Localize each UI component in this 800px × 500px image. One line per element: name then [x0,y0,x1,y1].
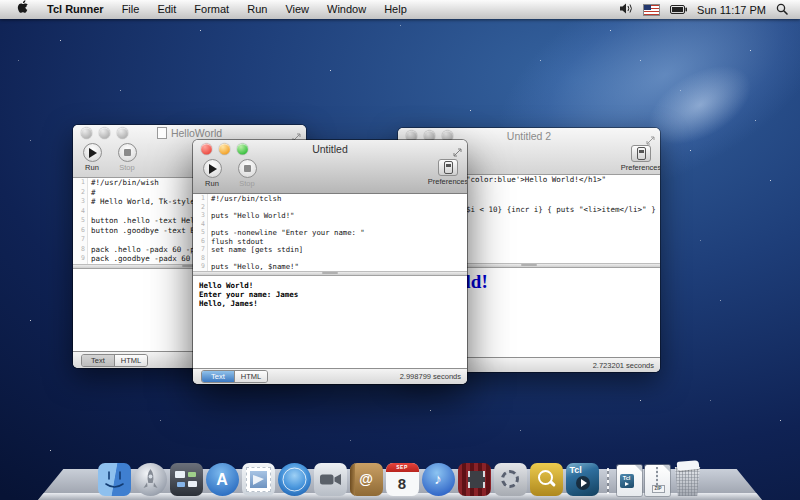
untitled-titlebar[interactable]: Untitled [193,140,467,157]
run-button[interactable]: Run [199,159,225,188]
tab-text[interactable]: Text [202,371,234,382]
helloworld-title: HelloWorld [157,127,222,139]
preferences-button[interactable]: Preferences [435,159,461,186]
stop-icon[interactable] [238,159,257,178]
stop-label: Stop [239,179,254,188]
code-line: 1#!/usr/bin/tclsh [193,194,467,203]
untitled-code-editor[interactable]: 1#!/usr/bin/tclsh 2 3puts "Hello World!"… [193,194,467,271]
untitled-title-text: Untitled [312,143,348,155]
untitled2-title-text: Untitled 2 [507,130,551,142]
zoom-button[interactable] [237,143,248,154]
code-line: 8 [193,254,467,263]
dock-tcl-document-icon[interactable]: Tcl [617,465,642,496]
dock-safari-icon[interactable] [278,463,311,496]
dock-address-book-icon[interactable]: @ [350,463,383,496]
untitled-output-pane: Hello World! Enter your name: James Hell… [193,276,467,368]
menu-clock[interactable]: Sun 11:17 PM [697,4,766,16]
dock-mission-control-icon[interactable] [170,463,203,496]
menu-bar: Tcl Runner File Edit Format Run View Win… [0,0,800,19]
minimize-button[interactable] [99,128,110,139]
close-button[interactable] [201,143,212,154]
preferences-label: Preferences [621,163,660,172]
menu-window[interactable]: Window [318,0,375,19]
run-icon[interactable] [83,143,102,162]
dock-ical-icon[interactable]: SEP 8 [386,463,419,496]
untitled-toolbar: Run Stop Preferences [193,157,467,193]
document-proxy-icon [157,127,167,139]
code-line: 4 [193,220,467,229]
menu-run[interactable]: Run [238,0,276,19]
dock-facetime-icon[interactable] [314,463,347,496]
tab-html[interactable]: HTML [114,355,147,366]
menu-view[interactable]: View [276,0,318,19]
menu-app-name[interactable]: Tcl Runner [38,0,113,19]
run-button[interactable]: Run [79,143,105,172]
menu-format[interactable]: Format [185,0,238,19]
untitled-bottom-bar: Text HTML 2.998799 seconds [193,368,467,384]
stop-button[interactable]: Stop [234,159,260,188]
volume-icon[interactable] [620,3,633,16]
fullscreen-icon[interactable] [453,143,462,161]
menu-help[interactable]: Help [375,0,416,19]
input-language-flag-icon[interactable] [643,4,660,16]
helloworld-titlebar[interactable]: HelloWorld [73,125,306,141]
preferences-button[interactable]: Preferences [628,145,654,172]
zoom-button[interactable] [117,128,128,139]
menu-file[interactable]: File [113,0,149,19]
minimize-button[interactable] [219,143,230,154]
dock-archive-utility-icon[interactable] [530,463,563,496]
dock-photo-booth-icon[interactable] [458,463,491,496]
dock-system-preferences-icon[interactable] [494,463,527,496]
code-line: 9puts "Hello, $name!" [193,262,467,271]
dock-launchpad-icon[interactable] [134,463,167,496]
dock-icons: A @ SEP 8 ♪ Tcl [38,463,762,496]
menu-status-area: Sun 11:17 PM [620,3,788,17]
console-output: Hello World! Enter your name: James Hell… [193,276,467,308]
output-mode-segment: Text HTML [201,370,268,383]
battery-icon[interactable] [670,4,687,16]
dock-app-store-icon[interactable]: A [206,463,239,496]
dock-zip-document-icon[interactable]: ZIP [645,465,670,496]
apple-menu[interactable] [8,0,38,19]
code-line: 6flush stdout [193,237,467,246]
code-line: 5puts -nonewline "Enter your name: " [193,228,467,237]
untitled-traffic-lights [201,143,248,154]
tab-text[interactable]: Text [82,355,114,366]
pane-splitter[interactable] [193,271,467,276]
window-untitled: Untitled Run Stop Preferences 1#!/usr/bi… [193,140,467,384]
dock-trash-icon[interactable] [673,463,703,496]
stop-button[interactable]: Stop [114,143,140,172]
elapsed-time: 2.723201 seconds [593,361,654,370]
run-label: Run [85,163,99,172]
dock-tcl-runner-icon[interactable]: Tcl [566,463,599,496]
dock-finder-icon[interactable] [98,463,131,496]
dock-separator [602,466,614,496]
run-icon[interactable] [203,159,222,178]
stop-icon[interactable] [118,143,137,162]
run-label: Run [205,179,219,188]
fullscreen-icon[interactable] [646,131,655,149]
menu-edit[interactable]: Edit [148,0,185,19]
code-line: 7set name [gets stdin] [193,245,467,254]
code-line: 2 [193,203,467,212]
helloworld-traffic-lights [81,128,128,139]
elapsed-time: 2.998799 seconds [400,372,461,381]
untitled-chrome: Untitled Run Stop Preferences [193,140,467,194]
dock-mail-icon[interactable] [242,463,275,496]
spotlight-icon[interactable] [776,3,788,17]
code-line: 3puts "Hello World!" [193,211,467,220]
preferences-icon[interactable] [438,159,458,176]
helloworld-title-text: HelloWorld [171,127,222,139]
apple-icon [17,0,29,13]
preferences-label: Preferences [428,177,467,186]
dock-itunes-icon[interactable]: ♪ [422,463,455,496]
close-button[interactable] [81,128,92,139]
stop-label: Stop [119,163,134,172]
dock: A @ SEP 8 ♪ Tcl [38,469,762,500]
tab-html[interactable]: HTML [234,371,267,382]
output-mode-segment: Text HTML [81,354,148,367]
